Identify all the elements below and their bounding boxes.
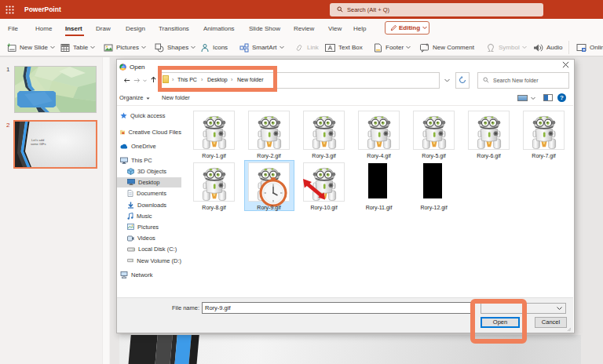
svg-text:some GIFs: some GIFs bbox=[31, 142, 46, 146]
